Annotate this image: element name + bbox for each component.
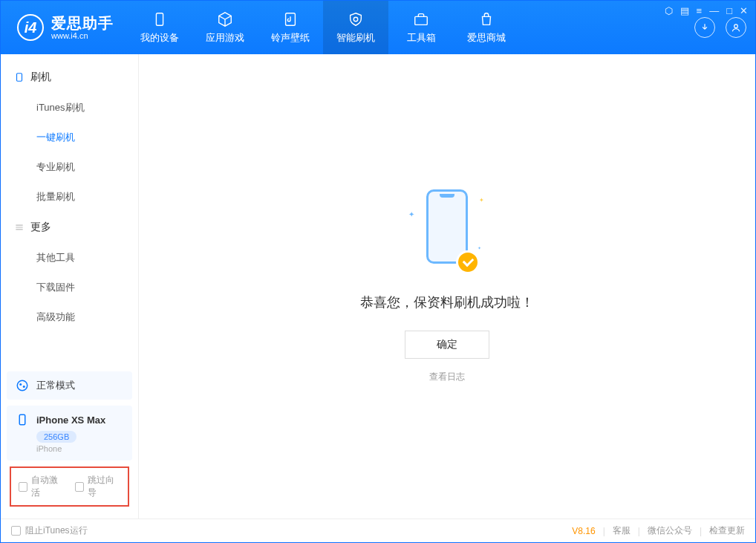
header: ⬡ ▤ ≡ — □ ✕ i4 爱思助手 www.i4.cn 我的设备 应用游戏 <box>1 1 755 54</box>
side-bottom: 正常模式 iPhone XS Max 256GB iPhone 自动激活 <box>1 365 138 518</box>
logo: i4 爱思助手 www.i4.cn <box>1 14 127 41</box>
nav-my-device[interactable]: 我的设备 <box>127 1 192 54</box>
side-one-click-flash[interactable]: 一键刷机 <box>1 123 138 152</box>
side-download-fw[interactable]: 下载固件 <box>1 273 138 302</box>
list-icon <box>14 222 25 233</box>
svg-point-3 <box>734 25 738 28</box>
checkbox-icon <box>75 482 84 492</box>
view-log-link[interactable]: 查看日志 <box>429 371 465 383</box>
svg-rect-8 <box>19 414 25 425</box>
check-badge-icon <box>456 250 480 274</box>
sparkle-icon: ✦ <box>478 245 481 250</box>
user-button[interactable] <box>726 17 746 38</box>
note-icon[interactable]: ▤ <box>680 5 689 16</box>
success-message: 恭喜您，保资料刷机成功啦！ <box>360 293 534 311</box>
app-title: 爱思助手 <box>51 15 114 31</box>
bag-icon <box>478 10 495 28</box>
main-content: ✦ ✦ ✦ 恭喜您，保资料刷机成功啦！ 确定 查看日志 <box>139 54 755 518</box>
update-link[interactable]: 检查更新 <box>709 524 745 537</box>
device-icon <box>151 10 169 28</box>
main-nav: 我的设备 应用游戏 铃声壁纸 智能刷机 工具箱 爱思商城 <box>127 1 519 54</box>
block-itunes-checkbox[interactable]: 阻止iTunes运行 <box>11 524 88 537</box>
side-batch-flash[interactable]: 批量刷机 <box>1 182 138 212</box>
nav-store[interactable]: 爱思商城 <box>454 1 519 54</box>
maximize-icon[interactable]: □ <box>726 5 732 16</box>
phone-small-icon <box>14 72 25 82</box>
device-type: iPhone <box>36 444 123 453</box>
footer: 阻止iTunes运行 V8.16 | 客服 | 微信公众号 | 检查更新 <box>1 518 755 542</box>
svg-point-5 <box>17 380 27 391</box>
sidebar: 刷机 iTunes刷机 一键刷机 专业刷机 批量刷机 更多 其他工具 下载固件 … <box>1 54 139 518</box>
menu-icon[interactable]: ≡ <box>697 5 703 16</box>
header-right <box>694 17 755 38</box>
group-flash: 刷机 <box>1 62 138 93</box>
refresh-shield-icon <box>347 10 365 28</box>
svg-rect-2 <box>415 16 428 25</box>
briefcase-icon <box>412 10 430 28</box>
side-other-tools[interactable]: 其他工具 <box>1 243 138 273</box>
shirt-icon[interactable]: ⬡ <box>665 5 673 16</box>
auto-activate-checkbox[interactable]: 自动激活 <box>19 474 65 499</box>
storage-badge: 256GB <box>36 431 76 443</box>
svg-rect-4 <box>17 74 22 82</box>
version-label: V8.16 <box>572 526 595 536</box>
confirm-button[interactable]: 确定 <box>405 331 489 359</box>
wechat-link[interactable]: 微信公众号 <box>648 524 692 537</box>
mode-card[interactable]: 正常模式 <box>7 371 132 400</box>
logo-icon: i4 <box>17 14 44 41</box>
sparkle-icon: ✦ <box>408 210 414 218</box>
download-button[interactable] <box>694 17 715 38</box>
checkbox-icon <box>11 526 21 536</box>
sparkle-icon: ✦ <box>479 197 484 204</box>
app-window: ⬡ ▤ ≡ — □ ✕ i4 爱思助手 www.i4.cn 我的设备 应用游戏 <box>0 0 756 543</box>
window-controls: ⬡ ▤ ≡ — □ ✕ <box>665 5 748 16</box>
nav-ringtones[interactable]: 铃声壁纸 <box>258 1 323 54</box>
side-itunes-flash[interactable]: iTunes刷机 <box>1 93 138 123</box>
side-advanced[interactable]: 高级功能 <box>1 302 138 332</box>
svg-point-7 <box>23 386 25 388</box>
side-nav: 刷机 iTunes刷机 一键刷机 专业刷机 批量刷机 更多 其他工具 下载固件 … <box>1 54 138 365</box>
side-pro-flash[interactable]: 专业刷机 <box>1 152 138 182</box>
nav-apps[interactable]: 应用游戏 <box>192 1 258 54</box>
app-subtitle: www.i4.cn <box>51 31 114 40</box>
highlighted-options: 自动激活 跳过向导 <box>10 466 129 507</box>
svg-rect-0 <box>156 13 163 26</box>
checkbox-icon <box>19 482 27 492</box>
cube-icon <box>216 10 234 28</box>
skip-guide-checkbox[interactable]: 跳过向导 <box>75 474 121 499</box>
nav-toolbox[interactable]: 工具箱 <box>388 1 454 54</box>
music-icon <box>281 10 299 28</box>
device-name: iPhone XS Max <box>36 414 105 426</box>
device-small-icon <box>16 413 29 426</box>
nav-flash[interactable]: 智能刷机 <box>323 1 388 54</box>
device-card[interactable]: iPhone XS Max 256GB iPhone <box>7 406 132 461</box>
svg-point-6 <box>19 383 22 386</box>
mode-icon <box>16 379 29 392</box>
group-more: 更多 <box>1 212 138 243</box>
success-illustration: ✦ ✦ ✦ <box>417 189 477 271</box>
body: 刷机 iTunes刷机 一键刷机 专业刷机 批量刷机 更多 其他工具 下载固件 … <box>1 54 755 518</box>
minimize-icon[interactable]: — <box>709 5 719 16</box>
close-icon[interactable]: ✕ <box>740 5 748 16</box>
support-link[interactable]: 客服 <box>613 524 630 537</box>
